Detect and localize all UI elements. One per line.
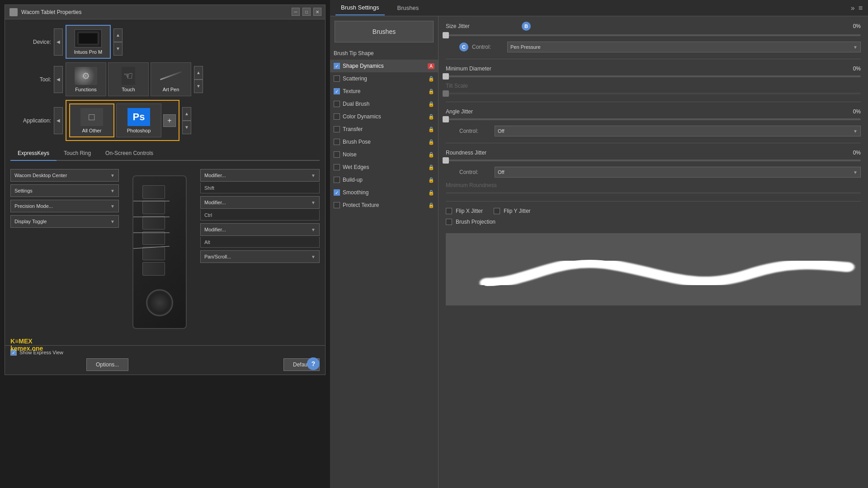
modifier-group-1: Modifier... ▼ Shift	[200, 169, 320, 193]
noise-checkbox[interactable]	[334, 151, 340, 158]
modifier-dropdown-3[interactable]: Modifier... ▼	[200, 223, 320, 236]
wet-edges-lock-icon: 🔒	[428, 164, 434, 170]
category-wet-edges[interactable]: Wet Edges 🔒	[330, 161, 438, 174]
buildup-checkbox[interactable]	[334, 177, 340, 183]
tool-functions[interactable]: ⚙ Functions	[66, 62, 106, 96]
modifier-dropdown-1[interactable]: Modifier... ▼	[200, 169, 320, 182]
app-prev-button[interactable]: ◀	[54, 107, 63, 134]
tab-expresskeys[interactable]: ExpressKeys	[10, 146, 57, 161]
size-jitter-slider[interactable]	[446, 34, 861, 36]
tool-touch[interactable]: ☜ Touch	[108, 62, 149, 96]
app-add-button[interactable]: +	[163, 114, 176, 127]
brush-tab-settings[interactable]: Brush Settings	[335, 0, 385, 15]
brush-pose-lock-icon: 🔒	[428, 139, 434, 145]
ek-display-toggle[interactable]: Display Toggle ▼	[10, 215, 119, 228]
category-scattering-label: Scattering	[343, 75, 367, 82]
category-noise[interactable]: Noise 🔒	[330, 148, 438, 161]
tilt-scale-row: Tilt Scale	[446, 83, 861, 89]
angle-jitter-thumb[interactable]	[443, 116, 449, 122]
flip-y-checkbox[interactable]	[494, 208, 500, 214]
tab-onscreen[interactable]: On-Screen Controls	[98, 146, 160, 161]
tool-scroll-down[interactable]: ▼	[194, 80, 203, 93]
device-item-intuos[interactable]: Intuos Pro M	[66, 25, 111, 59]
brush-projection-checkbox[interactable]	[446, 219, 452, 225]
roundness-jitter-label: Roundness Jitter	[446, 150, 518, 156]
close-button[interactable]: ✕	[313, 8, 321, 16]
angle-jitter-slider[interactable]	[446, 118, 861, 120]
app-allother[interactable]: □ All Other	[69, 103, 114, 137]
window-controls: ─ □ ✕	[292, 8, 321, 16]
flip-x-checkbox[interactable]	[446, 208, 452, 214]
brushes-button[interactable]: Brushes	[335, 21, 434, 42]
category-noise-label: Noise	[343, 151, 357, 158]
divider-1	[446, 59, 861, 59]
color-dynamics-checkbox[interactable]	[334, 113, 340, 120]
category-smoothing[interactable]: ✓ Smoothing 🔒	[330, 186, 438, 199]
category-color-dynamics[interactable]: Color Dynamics 🔒	[330, 110, 438, 123]
tool-prev-button[interactable]: ◀	[54, 66, 63, 93]
transfer-checkbox[interactable]	[334, 126, 340, 132]
category-shape-dynamics[interactable]: ✓ Shape Dynamics A	[330, 60, 438, 72]
roundness-jitter-thumb[interactable]	[443, 157, 449, 164]
ek-settings[interactable]: Settings ▼	[10, 184, 119, 197]
brush-pose-checkbox[interactable]	[334, 139, 340, 145]
brush-body: Brushes Brush Tip Shape ✓ Shape Dynamics…	[330, 16, 868, 488]
roundness-jitter-slider[interactable]	[446, 160, 861, 161]
dual-brush-checkbox[interactable]	[334, 101, 340, 107]
angle-control-dropdown[interactable]: Off ▼	[495, 126, 861, 136]
modifier-dropdown-2[interactable]: Modifier... ▼	[200, 196, 320, 209]
min-diameter-thumb[interactable]	[443, 73, 449, 80]
scattering-checkbox[interactable]	[334, 75, 340, 82]
control-badge: C	[459, 42, 468, 52]
footer-buttons: Default	[10, 358, 320, 371]
ek-wacom-desktop[interactable]: Wacom Desktop Center ▼	[10, 169, 119, 182]
application-row: Application: ◀ □ All Other Ps Photoshop …	[10, 100, 320, 141]
app-scroll-up[interactable]: ▲	[182, 107, 191, 121]
brush-panel-menu-icon[interactable]: ≡	[859, 4, 863, 12]
protect-texture-checkbox[interactable]	[334, 202, 340, 208]
category-buildup[interactable]: Build-up 🔒	[330, 174, 438, 186]
category-texture[interactable]: ✓ Texture 🔒	[330, 85, 438, 98]
shape-dynamics-checkbox[interactable]: ✓	[334, 63, 340, 69]
roundness-jitter-value: 0%	[834, 150, 861, 156]
options-button[interactable]: Options...	[86, 358, 128, 371]
expresskeys-list: Wacom Desktop Center ▼ Settings ▼ Precis…	[10, 169, 119, 335]
application-label: Application:	[10, 117, 51, 124]
size-jitter-thumb[interactable]	[443, 32, 449, 38]
watermark-line2: kemex.one	[10, 345, 43, 352]
category-transfer[interactable]: Transfer 🔒	[330, 123, 438, 136]
roundness-jitter-row: Roundness Jitter 0%	[446, 150, 861, 156]
tab-touchring[interactable]: Touch Ring	[57, 146, 98, 161]
category-brush-tip-shape[interactable]: Brush Tip Shape	[330, 47, 438, 60]
device-row: Device: ◀ Intuos Pro M ▲ ▼	[10, 25, 320, 59]
help-button[interactable]: ?	[307, 357, 320, 370]
minimize-button[interactable]: ─	[292, 8, 300, 16]
category-scattering[interactable]: Scattering 🔒	[330, 72, 438, 85]
device-arrow-col: ▲ ▼	[113, 28, 123, 56]
device-scroll-up[interactable]: ▲	[113, 28, 123, 42]
angle-jitter-value: 0%	[834, 108, 861, 115]
min-diameter-label: Minimum Diameter	[446, 66, 518, 72]
brush-preview	[446, 233, 861, 305]
min-diameter-slider[interactable]	[446, 75, 861, 77]
app-photoshop[interactable]: Ps Photoshop	[116, 103, 161, 137]
roundness-control-dropdown[interactable]: Off ▼	[495, 167, 861, 178]
tool-scroll-up[interactable]: ▲	[194, 66, 203, 80]
smoothing-checkbox[interactable]: ✓	[334, 189, 340, 196]
category-brush-pose[interactable]: Brush Pose 🔒	[330, 136, 438, 148]
category-dual-brush[interactable]: Dual Brush 🔒	[330, 98, 438, 110]
brush-tab-brushes[interactable]: Brushes	[392, 1, 425, 15]
device-scroll-down[interactable]: ▼	[113, 42, 123, 56]
maximize-button[interactable]: □	[302, 8, 311, 16]
brush-panel-expand-icon[interactable]: »	[851, 4, 855, 12]
chevron-down-icon: ▼	[110, 173, 115, 178]
texture-checkbox[interactable]: ✓	[334, 88, 340, 94]
wet-edges-checkbox[interactable]	[334, 164, 340, 170]
modifier-dropdown-4[interactable]: Pan/Scroll... ▼	[200, 250, 320, 263]
category-protect-texture[interactable]: Protect Texture 🔒	[330, 199, 438, 211]
tool-artpen[interactable]: Art Pen	[151, 62, 191, 96]
ek-precision[interactable]: Precision Mode... ▼	[10, 200, 119, 212]
app-scroll-down[interactable]: ▼	[182, 121, 191, 134]
pen-pressure-dropdown[interactable]: Pen Pressure ▼	[507, 42, 861, 52]
device-prev-button[interactable]: ◀	[54, 28, 63, 56]
